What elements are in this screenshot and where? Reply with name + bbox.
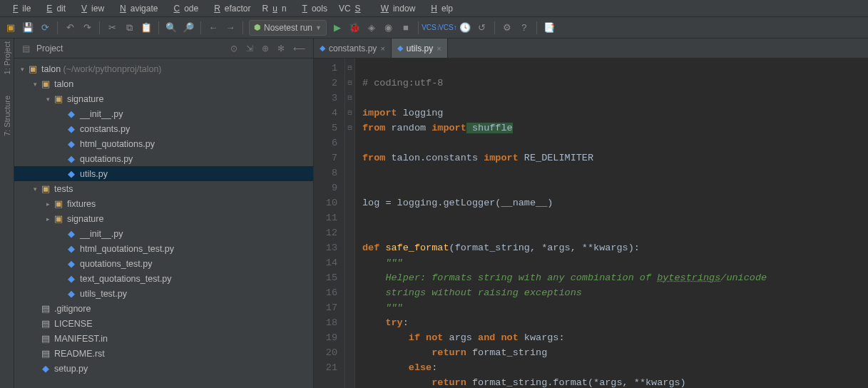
run-config-select[interactable]: ⬢ Nosetest run ▼	[249, 20, 327, 36]
undo-icon[interactable]: ↶	[63, 21, 76, 34]
menu-navigate[interactable]: Navigate	[111, 2, 162, 15]
collapse-icon[interactable]: ⊙	[228, 44, 240, 53]
open-icon[interactable]: ▣	[4, 21, 17, 34]
python-icon: ⬢	[254, 23, 261, 32]
tab-utils[interactable]: ◆ utils.py ×	[392, 39, 448, 58]
tree-item[interactable]: ◆utils.py	[14, 166, 313, 181]
settings-icon[interactable]: ✻	[275, 44, 287, 53]
vcs-update-icon[interactable]: VCS↓	[424, 21, 437, 34]
tree-item[interactable]: ◆setup.py	[14, 361, 313, 376]
coverage-icon[interactable]: ◈	[365, 21, 378, 34]
editor-pane: ◆ constants.py × ◆ utils.py × 1 2 3 4 5 …	[314, 39, 868, 388]
code-area[interactable]: 1 2 3 4 5 6 7 8 9 10 11 12 13 14 15 16 1…	[314, 58, 868, 388]
menu-run[interactable]: Run	[258, 2, 291, 15]
tree-item[interactable]: ◆html_quotations.py	[14, 136, 313, 151]
sidebar-header: ▤ Project ⊙ ⇲ ⊕ ✻ ⟵	[14, 39, 313, 58]
tree-item[interactable]: ▾▣signature	[14, 91, 313, 106]
fold-gutter[interactable]: ⊟⊟⊟⊟⊟	[345, 58, 355, 388]
close-icon[interactable]: ×	[436, 44, 441, 53]
tab-label: utils.py	[407, 44, 433, 53]
menu-vcs[interactable]: VCS	[335, 2, 369, 15]
sidebar-title: Project	[36, 44, 224, 53]
menu-view[interactable]: View	[73, 2, 108, 15]
tree-item[interactable]: ◆__init__.py	[14, 106, 313, 121]
tree-item[interactable]: ▤MANIFEST.in	[14, 331, 313, 346]
profile-icon[interactable]: ◉	[382, 21, 395, 34]
tree-root[interactable]: ▾▣ talon (~/work/pythonproj/talon)	[14, 61, 313, 76]
line-gutter: 1 2 3 4 5 6 7 8 9 10 11 12 13 14 15 16 1…	[314, 58, 345, 388]
tree-item[interactable]: ◆text_quotations_test.py	[14, 271, 313, 286]
project-view-icon[interactable]: ▤	[20, 44, 32, 53]
menu-file[interactable]: File	[4, 2, 35, 15]
tree-item[interactable]: ▸▣fixtures	[14, 196, 313, 211]
tree-item[interactable]: ◆utils_test.py	[14, 286, 313, 301]
find-icon[interactable]: 🔍	[165, 21, 178, 34]
left-tool-rail: 1: Project 7: Structure	[0, 39, 14, 388]
root-label: talon	[41, 64, 61, 74]
locate-icon[interactable]: ⊕	[260, 44, 271, 53]
menu-code[interactable]: Code	[165, 2, 203, 15]
expand-icon[interactable]: ⇲	[244, 44, 255, 53]
help-icon[interactable]: ?	[518, 21, 531, 34]
save-icon[interactable]: 💾	[21, 21, 34, 34]
stop-icon[interactable]: ■	[399, 21, 412, 34]
menu-edit[interactable]: Edit	[38, 2, 70, 15]
menu-refactor[interactable]: Refactor	[205, 2, 255, 15]
tree-item[interactable]: ◆quotations.py	[14, 151, 313, 166]
tree-item[interactable]: ◆constants.py	[14, 121, 313, 136]
vcs-revert-icon[interactable]: ↺	[476, 21, 489, 34]
editor-tabs: ◆ constants.py × ◆ utils.py ×	[314, 39, 868, 58]
vcs-commit-icon[interactable]: VCS↑	[441, 21, 454, 34]
cut-icon[interactable]: ✂	[106, 21, 118, 34]
tool-structure[interactable]: 7: Structure	[3, 96, 11, 136]
tool-project[interactable]: 1: Project	[3, 41, 11, 74]
menu-tools[interactable]: Tools	[294, 2, 332, 15]
tree-item[interactable]: ▤.gitignore	[14, 301, 313, 316]
tree-item[interactable]: ▤LICENSE	[14, 316, 313, 331]
code-content[interactable]: # coding:utf-8 import logging from rando…	[355, 58, 767, 388]
tab-label: constants.py	[329, 44, 377, 53]
chevron-down-icon: ▼	[315, 24, 322, 31]
run-icon[interactable]: ▶	[331, 21, 344, 34]
tree-item[interactable]: ▾▣talon	[14, 76, 313, 91]
paste-icon[interactable]: 📋	[140, 21, 153, 34]
project-tree: ▾▣ talon (~/work/pythonproj/talon) ▾▣tal…	[14, 58, 313, 379]
settings-icon[interactable]: ⚙	[501, 21, 514, 34]
tree-item[interactable]: ▸▣signature	[14, 211, 313, 226]
hide-icon[interactable]: ⟵	[291, 44, 307, 53]
close-icon[interactable]: ×	[380, 44, 384, 53]
sync-icon[interactable]: ⟳	[39, 21, 51, 34]
tree-item[interactable]: ◆quotations_test.py	[14, 256, 313, 271]
menubar: File Edit View Navigate Code Refactor Ru…	[0, 0, 868, 17]
root-path: (~/work/pythonproj/talon)	[63, 64, 162, 74]
copy-icon[interactable]: ⧉	[123, 21, 136, 34]
run-config-label: Nosetest run	[264, 23, 312, 33]
tree-item[interactable]: ▾▣tests	[14, 181, 313, 196]
redo-icon[interactable]: ↷	[81, 21, 93, 34]
menu-window[interactable]: Window	[372, 2, 420, 15]
toolbar: ▣ 💾 ⟳ ↶ ↷ ✂ ⧉ 📋 🔍 🔎 ← → ⬢ Nosetest run ▼…	[0, 17, 868, 39]
debug-icon[interactable]: 🐞	[348, 21, 361, 34]
replace-icon[interactable]: 🔎	[182, 21, 195, 34]
tree-item[interactable]: ◆__init__.py	[14, 226, 313, 241]
python-file-icon: ◆	[397, 44, 403, 53]
project-sidebar: ▤ Project ⊙ ⇲ ⊕ ✻ ⟵ ▾▣ talon (~/work/pyt…	[14, 39, 314, 388]
vcs-history-icon[interactable]: 🕓	[459, 21, 471, 34]
tab-constants[interactable]: ◆ constants.py ×	[314, 39, 392, 58]
tree-item[interactable]: ▤README.rst	[14, 346, 313, 361]
forward-icon[interactable]: →	[224, 21, 237, 34]
tree-item[interactable]: ◆html_quotations_test.py	[14, 241, 313, 256]
misc-icon[interactable]: 📑	[543, 21, 556, 34]
python-file-icon: ◆	[320, 44, 325, 53]
back-icon[interactable]: ←	[207, 21, 220, 34]
menu-help[interactable]: Help	[422, 2, 457, 15]
